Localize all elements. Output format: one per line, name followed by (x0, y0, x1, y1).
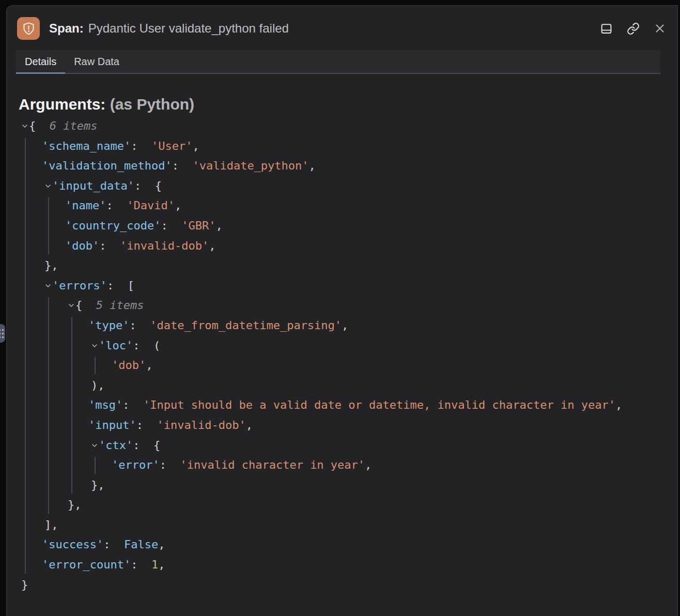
arguments-heading: Arguments: (as Python) (19, 96, 677, 113)
indent-guide (71, 317, 72, 494)
details-content: Arguments: (as Python) { 6 items'schema_… (7, 74, 677, 595)
indent-guide (48, 197, 49, 254)
panel-header: Span:Pydantic User validate_python faile… (7, 6, 677, 50)
header-actions (600, 22, 666, 35)
chevron-down-icon[interactable] (21, 116, 29, 136)
code-line: ), (19, 376, 677, 396)
code-line: 'dob', (19, 356, 677, 376)
tab-raw-data[interactable]: Raw Data (65, 50, 128, 73)
code-line: { 6 items (19, 116, 677, 136)
tab-bar: Details Raw Data (16, 50, 660, 74)
code-line: }, (19, 256, 677, 276)
code-line: 'error_count': 1, (19, 555, 677, 575)
panel-title: Span:Pydantic User validate_python faile… (49, 21, 289, 36)
arguments-heading-suffix: (as Python) (110, 96, 194, 113)
panel-resize-handle[interactable] (0, 324, 5, 343)
dock-panel-button[interactable] (600, 22, 613, 35)
code-line: 'errors': [ (19, 276, 677, 296)
code-line: 'error': 'invalid character in year', (19, 455, 677, 475)
span-detail-panel: Span:Pydantic User validate_python faile… (6, 5, 678, 616)
code-line: 'input': 'invalid-dob', (19, 415, 677, 436)
code-line: 'ctx': { (19, 436, 677, 456)
code-line: 'success': False, (19, 535, 677, 555)
tab-details[interactable]: Details (16, 50, 65, 73)
span-kind-label: Span: (49, 21, 84, 35)
link-icon (627, 22, 640, 35)
code-line: 'dob': 'invalid-dob', (19, 236, 677, 256)
code-line: 'loc': ( (19, 336, 677, 356)
code-line: 'msg': 'Input should be a valid date or … (19, 395, 677, 415)
code-line: 'validation_method': 'validate_python', (19, 156, 677, 176)
dock-bottom-icon (600, 22, 613, 35)
code-line: }, (19, 495, 677, 515)
code-line: 'name': 'David', (19, 196, 677, 216)
code-line: 'schema_name': 'User', (19, 136, 677, 157)
code-line: }, (19, 475, 677, 496)
span-warning-shield-icon (17, 17, 40, 40)
indent-guide (95, 357, 96, 374)
indent-guide (95, 457, 96, 474)
close-icon (654, 22, 666, 35)
indent-guide (48, 297, 49, 514)
code-tree: { 6 items'schema_name': 'User','validati… (19, 116, 677, 595)
code-line: } (19, 575, 677, 595)
chevron-down-icon[interactable] (44, 176, 52, 196)
copy-link-button[interactable] (627, 22, 640, 35)
close-panel-button[interactable] (654, 22, 666, 35)
chevron-down-icon[interactable] (91, 436, 99, 456)
grip-dots-icon (0, 329, 4, 338)
arguments-heading-main: Arguments: (19, 96, 105, 113)
chevron-down-icon[interactable] (44, 276, 52, 296)
code-line: ], (19, 515, 677, 535)
code-line: 'country_code': 'GBR', (19, 216, 677, 236)
code-line: 'input_data': { (19, 176, 677, 196)
code-line: 'type': 'date_from_datetime_parsing', (19, 316, 677, 336)
indent-guide (25, 138, 26, 574)
span-title-text: Pydantic User validate_python failed (88, 21, 289, 35)
chevron-down-icon[interactable] (91, 336, 99, 356)
chevron-down-icon[interactable] (68, 296, 75, 316)
code-line: { 5 items (19, 296, 677, 316)
screen: Span:Pydantic User validate_python faile… (0, 0, 680, 616)
